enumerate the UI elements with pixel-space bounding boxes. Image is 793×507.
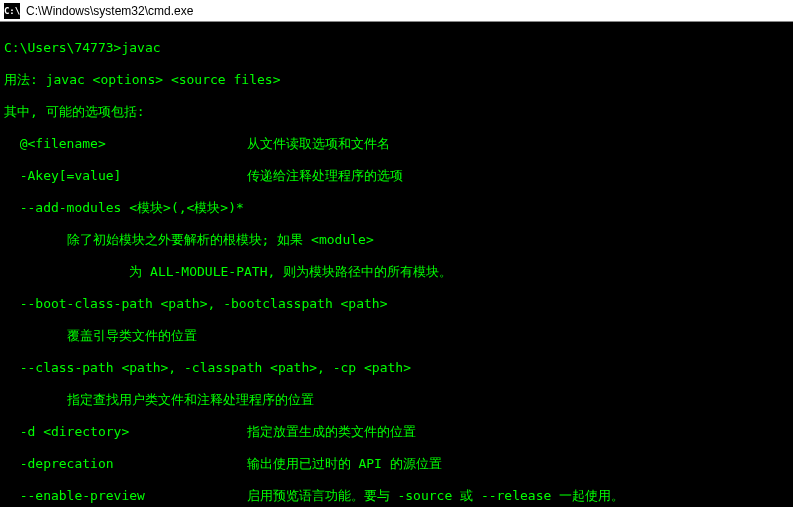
output-line: --enable-preview 启用预览语言功能。要与 -source 或 -…: [4, 488, 789, 504]
output-line: --class-path <path>, -classpath <path>, …: [4, 360, 789, 376]
output-line: --boot-class-path <path>, -bootclasspath…: [4, 296, 789, 312]
terminal-output[interactable]: C:\Users\74773>javac 用法: javac <options>…: [0, 22, 793, 507]
window-title: C:\Windows\system32\cmd.exe: [26, 4, 193, 18]
output-line: -Akey[=value] 传递给注释处理程序的选项: [4, 168, 789, 184]
output-line: 其中, 可能的选项包括:: [4, 104, 789, 120]
output-line: 除了初始模块之外要解析的根模块; 如果 <module>: [4, 232, 789, 248]
output-line: 为 ALL-MODULE-PATH, 则为模块路径中的所有模块。: [4, 264, 789, 280]
output-line: @<filename> 从文件读取选项和文件名: [4, 136, 789, 152]
output-line: 指定查找用户类文件和注释处理程序的位置: [4, 392, 789, 408]
window-titlebar: C:\ C:\Windows\system32\cmd.exe: [0, 0, 793, 22]
prompt-line: C:\Users\74773>javac: [4, 40, 789, 56]
output-line: -d <directory> 指定放置生成的类文件的位置: [4, 424, 789, 440]
output-line: 用法: javac <options> <source files>: [4, 72, 789, 88]
command: javac: [121, 40, 160, 55]
output-line: -deprecation 输出使用已过时的 API 的源位置: [4, 456, 789, 472]
prompt: C:\Users\74773>: [4, 40, 121, 55]
output-line: 覆盖引导类文件的位置: [4, 328, 789, 344]
output-line: --add-modules <模块>(,<模块>)*: [4, 200, 789, 216]
cmd-icon: C:\: [4, 3, 20, 19]
